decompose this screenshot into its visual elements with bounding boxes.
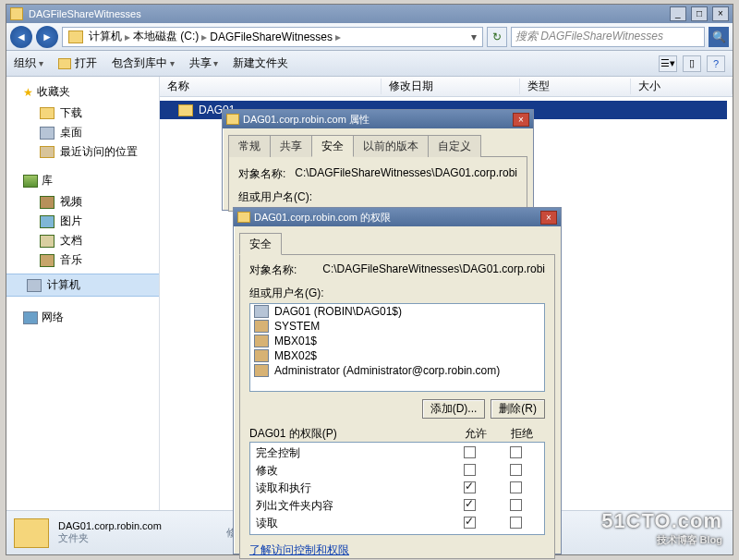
sidebar-item-videos[interactable]: 视频 xyxy=(6,192,159,212)
remove-button[interactable]: 删除(R) xyxy=(491,399,545,419)
window-controls: _ □ × xyxy=(668,6,729,21)
permissions-dialog: DAG01.corp.robin.com 的权限 × 安全 对象名称: C:\D… xyxy=(233,207,562,554)
sidebar-item-network[interactable]: 网络 xyxy=(6,308,159,329)
allow-checkbox[interactable] xyxy=(464,499,476,511)
new-folder-button[interactable]: 新建文件夹 xyxy=(233,55,288,71)
perm-row: 完全控制 xyxy=(256,444,539,462)
allow-checkbox[interactable] xyxy=(464,464,476,476)
breadcrumb[interactable]: 本地磁盘 (C:) xyxy=(131,29,200,44)
tab-security[interactable]: 安全 xyxy=(311,135,354,157)
object-name-value: C:\DAGFileShareWitnesses\DAG01.corp.robi xyxy=(322,262,545,278)
refresh-button[interactable]: ↻ xyxy=(487,27,507,47)
sidebar-item-pictures[interactable]: 图片 xyxy=(6,212,159,231)
folder-icon xyxy=(10,7,23,20)
breadcrumb[interactable]: DAGFileShareWitnesses xyxy=(208,30,334,43)
column-size[interactable]: 大小 xyxy=(631,79,733,94)
sidebar-item-documents[interactable]: 文档 xyxy=(6,231,159,250)
libraries-header[interactable]: 库 xyxy=(6,171,159,192)
deny-checkbox[interactable] xyxy=(510,464,522,476)
address-bar-row: ◄ ► 计算机 ▸ 本地磁盘 (C:) ▸ DAGFileShareWitnes… xyxy=(6,23,733,51)
deny-checkbox[interactable] xyxy=(510,481,522,493)
tab-customize[interactable]: 自定义 xyxy=(428,135,481,157)
minimize-button[interactable]: _ xyxy=(670,6,686,21)
search-button[interactable]: 🔍 xyxy=(709,27,729,47)
tab-pane: 对象名称: C:\DAGFileShareWitnesses\DAG01.cor… xyxy=(239,254,555,559)
groups-label: 组或用户名(G): xyxy=(249,286,545,301)
tab-previous-versions[interactable]: 以前的版本 xyxy=(353,135,429,157)
dialog-titlebar[interactable]: DAG01.corp.robin.com 的权限 × xyxy=(234,208,561,226)
column-allow: 允许 xyxy=(453,426,499,442)
forward-button[interactable]: ► xyxy=(36,26,58,48)
object-name-value: C:\DAGFileShareWitnesses\DAG01.corp.robi xyxy=(295,166,517,182)
user-icon xyxy=(254,320,269,333)
preview-pane-icon[interactable]: ▯ xyxy=(683,55,701,72)
chevron-right-icon[interactable]: ▸ xyxy=(124,30,131,43)
close-button[interactable]: × xyxy=(513,113,529,127)
address-bar[interactable]: 计算机 ▸ 本地磁盘 (C:) ▸ DAGFileShareWitnesses … xyxy=(62,27,483,47)
chevron-right-icon[interactable]: ▸ xyxy=(334,30,342,43)
object-name-label: 对象名称: xyxy=(249,262,322,278)
document-icon xyxy=(40,235,55,248)
navigation-pane: ★收藏夹 下载 桌面 最近访问的位置 库 视频 图片 文档 音乐 计算机 网络 xyxy=(6,77,160,554)
chevron-right-icon[interactable]: ▸ xyxy=(200,30,208,43)
permissions-header: DAG01 的权限(P) xyxy=(249,426,453,442)
list-item: MBX01$ xyxy=(250,334,544,348)
column-name[interactable]: 名称 xyxy=(160,79,382,94)
window-title: DAGFileShareWitnesses xyxy=(29,8,141,19)
selected-item-name: DAG01.corp.robin.com xyxy=(58,520,162,531)
allow-checkbox[interactable] xyxy=(464,446,476,458)
add-button[interactable]: 添加(D)... xyxy=(422,399,486,419)
allow-checkbox[interactable] xyxy=(464,517,476,529)
dialog-titlebar[interactable]: DAG01.corp.robin.com 属性 × xyxy=(223,110,533,128)
command-toolbar: 组织 打开 包含到库中 共享 新建文件夹 ☰▾ ▯ ? xyxy=(6,51,733,77)
allow-checkbox[interactable] xyxy=(464,481,476,493)
video-icon xyxy=(40,196,55,209)
column-type[interactable]: 类型 xyxy=(520,79,631,94)
sidebar-item-music[interactable]: 音乐 xyxy=(6,250,159,270)
sidebar-item-downloads[interactable]: 下载 xyxy=(6,103,159,123)
organize-menu[interactable]: 组织 xyxy=(14,55,43,71)
permissions-listbox[interactable]: 完全控制 修改 读取和执行 列出文件夹内容 读取 xyxy=(249,442,545,535)
computer-icon xyxy=(27,279,42,292)
deny-checkbox[interactable] xyxy=(510,517,522,529)
address-dropdown-icon[interactable]: ▾ xyxy=(467,30,480,43)
help-icon[interactable]: ? xyxy=(707,55,725,72)
folder-icon xyxy=(14,518,49,548)
list-item: Administrator (Administrator@corp.robin.… xyxy=(250,363,544,378)
list-item: MBX02$ xyxy=(250,348,544,363)
maximize-button[interactable]: □ xyxy=(691,6,708,21)
favorites-header[interactable]: ★收藏夹 xyxy=(6,82,159,103)
breadcrumb[interactable]: 计算机 xyxy=(87,29,124,44)
deny-checkbox[interactable] xyxy=(510,446,522,458)
folder-icon xyxy=(68,30,83,43)
perm-row: 修改 xyxy=(256,462,539,480)
learn-access-control-link[interactable]: 了解访问控制和权限 xyxy=(249,543,349,556)
recent-icon xyxy=(40,146,55,158)
close-button[interactable]: × xyxy=(712,6,729,21)
column-date[interactable]: 修改日期 xyxy=(382,79,520,94)
users-listbox[interactable]: DAG01 (ROBIN\DAG01$) SYSTEM MBX01$ MBX02… xyxy=(249,303,545,392)
sidebar-item-desktop[interactable]: 桌面 xyxy=(6,123,159,142)
close-button[interactable]: × xyxy=(540,211,557,225)
groups-label-cut: 组或用户名(C): xyxy=(238,189,312,205)
share-menu[interactable]: 共享 xyxy=(189,55,219,71)
tab-sharing[interactable]: 共享 xyxy=(270,135,312,157)
object-name-label: 对象名称: xyxy=(238,166,295,182)
library-icon xyxy=(23,175,38,188)
window-titlebar[interactable]: DAGFileShareWitnesses _ □ × xyxy=(6,5,733,23)
include-menu[interactable]: 包含到库中 xyxy=(112,55,175,71)
back-button[interactable]: ◄ xyxy=(10,26,32,48)
perm-row: 列出文件夹内容 xyxy=(256,497,539,515)
tab-general[interactable]: 常规 xyxy=(228,135,271,157)
view-menu-icon[interactable]: ☰▾ xyxy=(659,55,677,72)
tab-security[interactable]: 安全 xyxy=(239,233,282,255)
properties-tabs: 常规 共享 安全 以前的版本 自定义 xyxy=(223,128,533,156)
column-headers[interactable]: 名称 修改日期 类型 大小 xyxy=(160,77,733,97)
sidebar-item-recent[interactable]: 最近访问的位置 xyxy=(6,142,159,162)
open-button[interactable]: 打开 xyxy=(58,55,97,71)
open-label: 打开 xyxy=(75,56,97,69)
computer-account-icon xyxy=(254,305,269,318)
sidebar-item-computer[interactable]: 计算机 xyxy=(6,274,159,297)
search-input[interactable]: 搜索 DAGFileShareWitnesses xyxy=(511,27,705,47)
deny-checkbox[interactable] xyxy=(510,499,522,511)
